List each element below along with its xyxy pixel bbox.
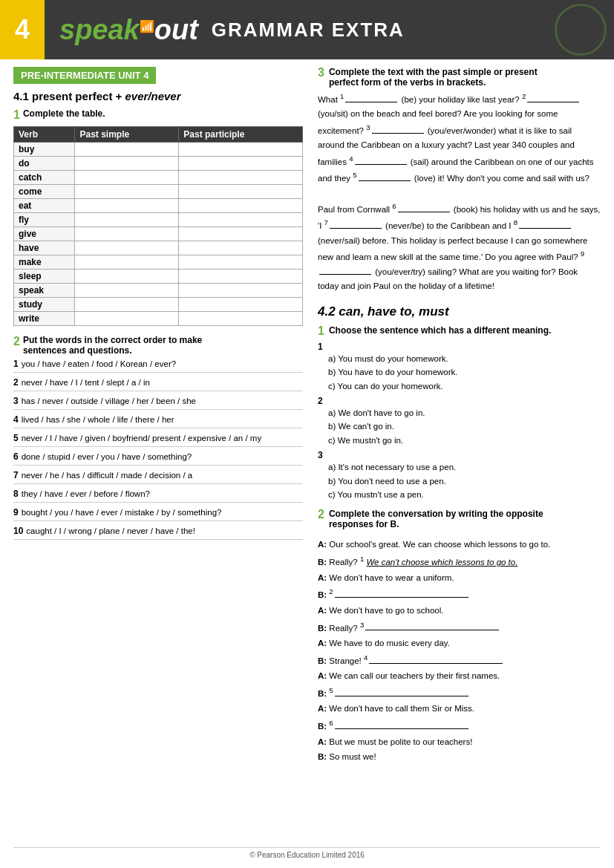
sentence-num: 1 [13,359,19,369]
speaker-b: B: [318,689,327,698]
conv-blank[interactable] [369,663,503,664]
footer-text: © Pearson Education Limited 2016 [249,851,365,859]
conversation-exercise: 2 Complete the conversation by writing t… [318,509,601,765]
list-item: B: 2 [318,585,601,603]
table-row: sleep [14,270,303,284]
list-item: 5never / I / have / given / boyfriend/ p… [13,433,303,447]
exercise-2-block: 2 Put the words in the correct order to … [13,335,303,540]
list-item: 2a) We don't have to go in.b) We can't g… [318,396,601,447]
speaker-a: A: [318,639,327,647]
list-item: B: Strange! 4 [318,651,601,669]
sentence-text: has / never / outside / village / her / … [22,397,196,405]
sentence-num: 4 [13,414,19,425]
choose-items: 1a) You must do your homework.b) You hav… [318,342,601,502]
sup-num: 2 [329,587,333,595]
list-item: 1you / have / eaten / food / Korean / ev… [13,359,303,373]
conv-a-text: We have to do music every day. [329,639,450,647]
table-row: have [14,241,303,255]
conv-blank[interactable] [365,630,499,630]
col-verb: Verb [14,127,75,143]
table-row: write [14,312,303,326]
speaker-b: B: [318,656,327,665]
exercise-1-block: 1 Complete the table. Verb Past simple P… [13,108,303,326]
sentence-num: 7 [13,470,19,480]
speaker-a: A: [318,606,327,615]
unit-number: 4 [0,0,45,59]
exercise-2-header: 2 Put the words in the correct order to … [13,335,303,356]
conv-blank[interactable] [335,696,468,696]
choice-option: b) You don't need to use a pen. [328,474,601,488]
section-4-2-heading: 4.2 can, have to, must [318,304,601,319]
list-item: B: Really? 1 We can't choose which lesso… [318,552,601,570]
choose-ex-num: 1 [318,325,324,337]
speaker-b: B: [318,558,327,567]
conv-blank[interactable] [335,728,468,729]
speaker-b: B: [318,722,327,731]
right-column: 3 Complete the text with the past simple… [318,67,601,772]
list-item: 3a) It's not necessary to use a pen.b) Y… [318,450,601,501]
speaker-b: B: [318,590,327,599]
list-item: B: So must we! [318,749,601,765]
list-item: 4lived / has / she / whole / life / ther… [13,414,303,428]
choose-intro: Choose the sentence which has a differen… [329,325,551,336]
list-item: A: But we must be polite to our teachers… [318,734,601,750]
list-item: 8they / have / ever / before / flown? [13,489,303,503]
choose-item-num: 2 [318,396,323,406]
table-row: eat [14,199,303,213]
sentence-text: done / stupid / ever / you / have / some… [22,452,192,461]
choice-option: b) We can't go in. [328,420,601,433]
speaker-b: B: [318,752,327,761]
table-row: catch [14,171,303,185]
conv-a-text: We don't have to wear a uniform. [329,573,454,582]
sentence-num: 8 [13,489,19,499]
conversation-exercise-header: 2 Complete the conversation by writing t… [318,509,601,534]
verb-table: Verb Past simple Past participle buydoca… [13,126,303,326]
sentence-text: never / have / I / tent / slept / a / in [22,378,150,387]
exercise-1-label: Complete the table. [23,108,105,119]
table-row: speak [14,284,303,298]
list-item: 10caught / I / wrong / plane / never / h… [13,526,303,540]
exercise-2-num: 2 [13,335,20,348]
col-past-simple: Past simple [75,127,179,143]
conv-a-text: We can call our teachers by their first … [329,671,500,680]
list-item: 6done / stupid / ever / you / have / som… [13,451,303,466]
unit-badge: PRE-INTERMEDIATE UNIT 4 [13,67,156,84]
table-row: fly [14,213,303,227]
table-row: do [14,157,303,171]
choice-option: b) You have to do your homework. [328,365,601,379]
sentence-text: they / have / ever / before / flown? [22,489,150,498]
fill-text: What 1 (be) your holiday like last year?… [318,91,601,294]
conv-a-text: But we must be polite to our teachers! [329,737,472,746]
sentence-text: lived / has / she / whole / life / there… [22,415,174,424]
sup-num: 1 [360,555,364,563]
list-item: 9bought / you / have / ever / mistake / … [13,507,303,521]
table-row: buy [14,143,303,157]
list-item: 3has / never / outside / village / her /… [13,396,303,410]
list-item: 7never / he / has / difficult / made / d… [13,470,303,484]
table-row: come [14,185,303,199]
sentence-text: never / I / have / given / boyfriend/ pr… [22,434,261,443]
list-item: 2never / have / I / tent / slept / a / i… [13,377,303,391]
main-content: PRE-INTERMEDIATE UNIT 4 4.1 present perf… [0,59,614,780]
conversation-lines: A: Our school's great. We can choose whi… [318,537,601,765]
speaker-a: A: [318,704,327,713]
header-circle-decoration [555,4,607,56]
list-item: A: We don't have to go to school. [318,603,601,619]
exercise-3-num: 3 [318,67,324,79]
sentence-num: 3 [13,396,19,406]
list-item: 1a) You must do your homework.b) You hav… [318,342,601,393]
conv-intro: Complete the conversation by writing the… [329,509,543,529]
sup-num: 6 [329,719,333,727]
sentence-text: caught / I / wrong / plane / never / hav… [26,526,195,535]
choice-option: c) You mustn't use a pen. [328,488,601,501]
choice-option: c) You can do your homework. [328,379,601,393]
list-item: B: 5 [318,684,601,702]
conv-blank[interactable] [335,597,468,598]
grammar-extra-title: GRAMMAR EXTRA [212,19,405,42]
choice-option: a) You must do your homework. [328,352,601,365]
sentence-text: you / have / eaten / food / Korean / eve… [22,359,176,368]
sentence-text: bought / you / have / ever / mistake / b… [22,508,222,517]
list-item: A: We can call our teachers by their fir… [318,668,601,684]
speaker-a: A: [318,671,327,680]
exercise-1-num: 1 [13,108,20,122]
